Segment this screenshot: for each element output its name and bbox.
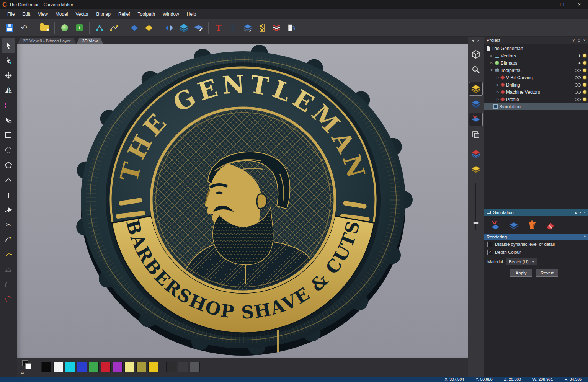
menu-window[interactable]: Window — [159, 10, 183, 18]
wave-relief-button[interactable] — [270, 21, 283, 35]
depth-colour-checkbox[interactable]: ✓ — [487, 250, 492, 255]
delete-simulation-button[interactable] — [526, 219, 539, 232]
run-simulation-button[interactable] — [489, 219, 502, 232]
texture-relief-button[interactable] — [256, 21, 269, 35]
collapse-icon[interactable]: ▾ — [579, 211, 581, 214]
lasso-tool[interactable] — [2, 113, 15, 127]
node-edit-tool[interactable] — [2, 53, 15, 68]
swap-colours-icon[interactable]: ⇄ — [21, 371, 24, 375]
tree-item-vbit-carving[interactable]: ▷ V-Bit Carving — [484, 74, 588, 81]
chevron-up-icon[interactable]: ^ — [584, 235, 586, 239]
color-swatch[interactable] — [41, 362, 51, 372]
apply-button[interactable]: Apply — [510, 269, 532, 277]
mirror-relief-button[interactable] — [163, 21, 176, 35]
arc-tool[interactable] — [2, 173, 15, 187]
show-relief-button[interactable] — [469, 82, 483, 96]
color-swatch[interactable] — [89, 362, 99, 372]
ellipse-tool[interactable] — [2, 143, 15, 157]
tree-item-profile[interactable]: ▷ Profile — [484, 96, 588, 103]
polygon-tool[interactable] — [2, 158, 15, 172]
visibility-bulb-icon[interactable] — [583, 98, 586, 101]
tree-item-simulation[interactable]: Simulation — [484, 103, 588, 110]
polyline-tool[interactable] — [2, 202, 15, 217]
relief-blue-button[interactable] — [128, 21, 141, 35]
zoom-button[interactable] — [469, 63, 483, 77]
dock-icon[interactable]: ▴ — [575, 211, 577, 214]
visibility-bulb-icon[interactable] — [583, 90, 586, 94]
tree-item-bitmaps[interactable]: ▷ Bitmaps + — [484, 59, 588, 67]
color-swatch[interactable] — [166, 362, 176, 372]
expander-icon[interactable]: ▷ — [490, 54, 493, 57]
tree-item-vectors[interactable]: ▷ Vectors + — [484, 52, 588, 59]
tab-2d-view[interactable]: 2D View:0 - Bitmap Layer — [18, 38, 76, 44]
expander-icon[interactable]: ▷ — [496, 76, 500, 79]
viewport-3d[interactable]: THE GENTLEMAN BARBERSHOP SHAVE & CUTS — [17, 44, 468, 358]
menu-bitmap[interactable]: Bitmap — [93, 10, 114, 18]
rendering-section-header[interactable]: Rendering ^ — [484, 234, 588, 240]
visibility-bulb-icon[interactable] — [583, 61, 586, 65]
menu-help[interactable]: Help — [183, 10, 200, 18]
visibility-bulb-icon[interactable] — [583, 69, 586, 72]
help-icon[interactable]: ? — [572, 38, 575, 42]
foreground-background-colours[interactable]: ⇄ — [21, 359, 37, 375]
color-swatch[interactable] — [101, 362, 111, 372]
relief-gold-button[interactable] — [142, 21, 155, 35]
relief-layers-button[interactable] — [177, 21, 190, 35]
tree-item-the-gentleman[interactable]: The Gentleman — [484, 45, 588, 52]
menu-vector[interactable]: Vector — [72, 10, 92, 18]
close-button[interactable]: × — [571, 0, 588, 9]
corner-round-tool[interactable] — [2, 277, 15, 292]
color-swatch[interactable] — [190, 362, 200, 372]
dome-tool[interactable] — [2, 262, 15, 277]
color-swatch[interactable] — [136, 362, 146, 372]
primary-colour-swatch[interactable] — [25, 363, 31, 369]
tree-item-toolpaths[interactable]: ▼ Toolpaths — [484, 67, 588, 74]
maximize-button[interactable]: ❒ — [554, 0, 571, 9]
color-swatch[interactable] — [53, 362, 63, 372]
bitmap-select-tool[interactable] — [2, 98, 15, 113]
disable-lod-checkbox[interactable] — [487, 242, 492, 247]
menu-file[interactable]: File — [4, 10, 18, 18]
tree-item-machine-vectors[interactable]: ▷ Machine Vectors — [484, 88, 588, 96]
expander-icon[interactable]: ▷ — [496, 98, 500, 101]
menu-relief[interactable]: Relief — [115, 10, 134, 18]
color-swatch[interactable] — [77, 362, 87, 372]
panel-collapse-icon[interactable]: ▾ — [472, 39, 474, 43]
menu-toolpath[interactable]: Toolpath — [134, 10, 158, 18]
copy-view-button[interactable] — [469, 128, 483, 142]
minimize-button[interactable]: – — [536, 0, 554, 9]
trim-tool[interactable]: ✂ — [2, 217, 15, 232]
show-material-button[interactable] — [469, 97, 483, 111]
new-model-button[interactable] — [58, 21, 71, 35]
glasses-icon[interactable] — [575, 69, 581, 72]
relief-clipart-button[interactable] — [192, 21, 205, 35]
visibility-bulb-icon[interactable] — [583, 54, 586, 57]
project-close-icon[interactable]: × — [583, 38, 586, 42]
offset-tool[interactable] — [2, 247, 15, 262]
toolpath-preview-button[interactable] — [469, 147, 483, 161]
glasses-icon[interactable] — [575, 76, 581, 79]
open-favourite-button[interactable] — [38, 21, 51, 35]
tab-3d-view[interactable]: 3D View — [77, 38, 103, 44]
fillet-tool[interactable] — [2, 232, 15, 247]
view-cube-button[interactable] — [469, 47, 483, 61]
add-relief-button[interactable]: + — [73, 21, 86, 35]
simulation-close-icon[interactable]: × — [584, 211, 586, 214]
color-swatch[interactable] — [124, 362, 134, 372]
mirror-tool[interactable] — [2, 83, 15, 98]
show-simulation-button[interactable] — [469, 113, 483, 126]
transfer-relief-button[interactable] — [241, 21, 254, 35]
expander-icon[interactable]: ▷ — [496, 90, 500, 94]
text-toolbar-button[interactable]: T — [212, 21, 225, 35]
color-swatch[interactable] — [178, 362, 188, 372]
detail-slider[interactable] — [472, 183, 480, 230]
expander-icon[interactable]: ▷ — [496, 83, 500, 87]
menu-view[interactable]: View — [34, 10, 51, 18]
menu-model[interactable]: Model — [52, 10, 72, 18]
color-swatch[interactable] — [148, 362, 158, 372]
flip-page-button[interactable] — [285, 21, 298, 35]
export-button[interactable] — [227, 21, 240, 35]
glasses-icon[interactable] — [575, 91, 581, 94]
rectangle-tool[interactable] — [2, 128, 15, 142]
text-tool[interactable]: T — [2, 188, 15, 202]
